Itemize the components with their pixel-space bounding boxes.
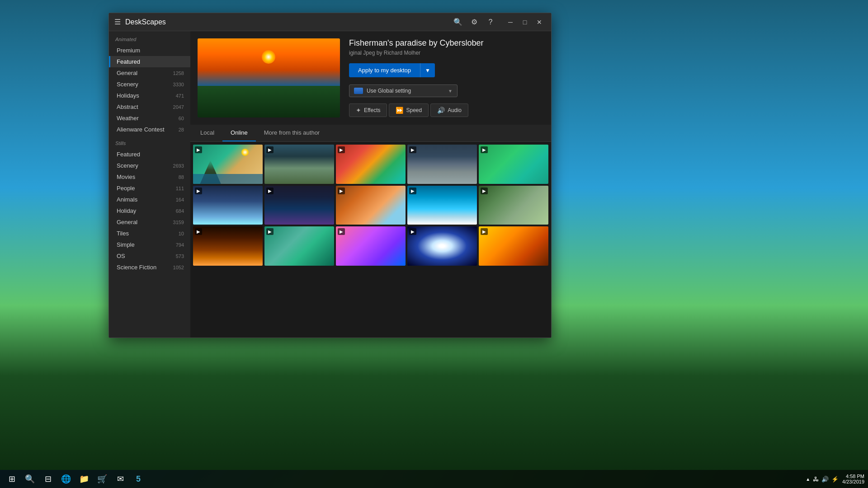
gallery-item-11[interactable]: ▶ [193, 226, 263, 266]
sidebar-item-premium[interactable]: Premium [109, 45, 190, 56]
sidebar-item-count-science-fiction: 1052 [173, 265, 184, 270]
sidebar-item-holidays[interactable]: Holidays 471 [109, 90, 190, 101]
gallery-item-6[interactable]: ▶ [193, 186, 263, 225]
sidebar-item-os[interactable]: OS 573 [109, 250, 190, 262]
content-area: Animated Premium Featured General 1258 S… [109, 31, 551, 338]
help-icon[interactable]: ? [484, 16, 497, 28]
main-panel: Fisherman's paradise by Cyberslober igin… [190, 31, 551, 338]
mail-icon[interactable]: ✉ [112, 471, 128, 487]
gallery-item-1[interactable]: ▶ [193, 145, 263, 184]
gallery-item-13[interactable]: ▶ [336, 226, 406, 266]
video-badge-4: ▶ [409, 146, 416, 153]
gallery-item-2[interactable]: ▶ [264, 145, 334, 184]
sidebar-item-scenery-stills[interactable]: Scenery 2693 [109, 160, 190, 171]
sidebar-item-general-animated[interactable]: General 1258 [109, 67, 190, 79]
sidebar-item-label-alienware: Alienware Contest [117, 126, 165, 133]
sidebar-item-alienware[interactable]: Alienware Contest 28 [109, 124, 190, 135]
volume-icon[interactable]: 🔊 [821, 476, 829, 483]
network-icon[interactable]: 🖧 [813, 476, 819, 483]
sidebar-item-general-stills[interactable]: General 3159 [109, 216, 190, 228]
audio-icon: 🔊 [437, 107, 445, 114]
search-icon[interactable]: 🔍 [452, 16, 464, 28]
close-button[interactable]: ✕ [533, 16, 546, 28]
minimize-button[interactable]: ─ [504, 16, 517, 28]
sidebar-item-count-people: 111 [176, 186, 184, 191]
sidebar-item-featured-animated[interactable]: Featured [109, 56, 190, 67]
sidebar-item-movies[interactable]: Movies 88 [109, 171, 190, 183]
sidebar-item-weather[interactable]: Weather 60 [109, 113, 190, 124]
hamburger-menu-icon[interactable]: ☰ [114, 18, 121, 26]
sidebar-item-label-abstract: Abstract [117, 103, 138, 110]
tab-effects[interactable]: ✦ Effects [349, 103, 387, 117]
gallery-item-10[interactable]: ▶ [479, 186, 548, 225]
detail-info: Fisherman's paradise by Cyberslober igin… [349, 38, 544, 117]
sidebar-item-label-general-stills: General [117, 219, 137, 225]
gallery-item-8[interactable]: ▶ [336, 186, 406, 225]
apply-dropdown-button[interactable]: ▼ [420, 63, 435, 77]
gallery-item-12[interactable]: ▶ [264, 226, 334, 266]
clock[interactable]: 4:58 PM 4/23/2019 [842, 474, 864, 484]
apply-button[interactable]: Apply to my desktop [349, 63, 420, 77]
sidebar-item-animals[interactable]: Animals 164 [109, 194, 190, 205]
gallery-item-4[interactable]: ▶ [407, 145, 477, 184]
sidebar-item-count-os: 573 [176, 253, 184, 259]
tab-speed[interactable]: ⏩ Speed [389, 103, 429, 117]
gallery-item-15[interactable]: ▶ [479, 226, 548, 266]
thumb-sun-1 [241, 149, 249, 156]
search-taskbar-icon[interactable]: 🔍 [22, 471, 38, 487]
sidebar-item-count-holiday: 684 [176, 208, 184, 214]
tab-more-from-author[interactable]: More from this author [256, 125, 328, 141]
sidebar-item-label-general: General [117, 70, 137, 76]
maximize-button[interactable]: □ [519, 16, 531, 28]
sidebar-item-holiday[interactable]: Holiday 684 [109, 205, 190, 216]
detail-tabs: ✦ Effects ⏩ Speed 🔊 Audio [349, 103, 544, 117]
task-view-icon[interactable]: ⊟ [40, 471, 56, 487]
apply-button-group: Apply to my desktop ▼ [349, 63, 544, 77]
sidebar-item-abstract[interactable]: Abstract 2047 [109, 101, 190, 113]
sidebar-item-count-weather: 60 [179, 116, 184, 121]
window-controls: ─ □ ✕ [504, 16, 546, 28]
video-badge-7: ▶ [266, 188, 274, 194]
gallery-item-9[interactable]: ▶ [407, 186, 477, 225]
video-badge-12: ▶ [266, 228, 274, 235]
start-button[interactable]: ⊞ [4, 471, 20, 487]
sidebar-item-count-simple: 794 [176, 242, 184, 248]
sidebar-item-label-tiles: Tiles [117, 230, 129, 237]
sidebar-item-count-alienware: 28 [179, 127, 184, 132]
video-badge-13: ▶ [338, 228, 345, 235]
gallery-item-5[interactable]: ▶ [479, 145, 548, 184]
file-explorer-icon[interactable]: 📁 [76, 471, 92, 487]
sidebar-item-count-abstract: 2047 [173, 104, 184, 110]
settings-icon[interactable]: ⚙ [468, 16, 481, 28]
gallery-item-3[interactable]: ▶ [336, 145, 406, 184]
gallery-tabs: Local Online More from this author [190, 125, 551, 142]
store-icon[interactable]: 🛒 [94, 471, 110, 487]
sidebar-item-science-fiction[interactable]: Science Fiction 1052 [109, 262, 190, 273]
sidebar-item-featured-stills[interactable]: Featured [109, 149, 190, 160]
tray-arrow-icon[interactable]: ▲ [806, 477, 810, 482]
dropdown-arrow-icon: ▼ [448, 89, 453, 94]
tab-local[interactable]: Local [192, 125, 222, 141]
gallery-grid-container[interactable]: ▶ ▶ ▶ ▶ [190, 142, 551, 338]
wallpaper-subtitle: iginal Jpeg by Richard Molher [349, 50, 544, 56]
sidebar-item-simple[interactable]: Simple 794 [109, 239, 190, 250]
tab-online[interactable]: Online [222, 125, 256, 141]
deskscapes-taskbar-icon[interactable]: 5 [130, 471, 146, 487]
sidebar-item-label-holidays: Holidays [117, 92, 139, 99]
edge-icon[interactable]: 🌐 [58, 471, 74, 487]
global-setting-dropdown[interactable]: Use Global setting ▼ [349, 84, 458, 97]
sidebar-item-scenery-animated[interactable]: Scenery 3330 [109, 79, 190, 90]
tab-audio[interactable]: 🔊 Audio [430, 103, 468, 117]
tab-speed-label: Speed [406, 107, 422, 113]
sidebar-item-people[interactable]: People 111 [109, 183, 190, 194]
sidebar-item-count-animals: 164 [176, 197, 184, 202]
sidebar-item-count-holidays: 471 [176, 93, 184, 99]
gallery-item-14[interactable]: ▶ [407, 226, 477, 266]
thumbnail-2 [264, 145, 334, 184]
sidebar-item-label-science-fiction: Science Fiction [117, 264, 156, 271]
sidebar-item-tiles[interactable]: Tiles 10 [109, 228, 190, 239]
battery-icon[interactable]: ⚡ [831, 476, 839, 483]
gallery-item-7[interactable]: ▶ [264, 186, 334, 225]
video-badge-10: ▶ [481, 188, 488, 194]
sidebar-item-label-simple: Simple [117, 241, 135, 248]
